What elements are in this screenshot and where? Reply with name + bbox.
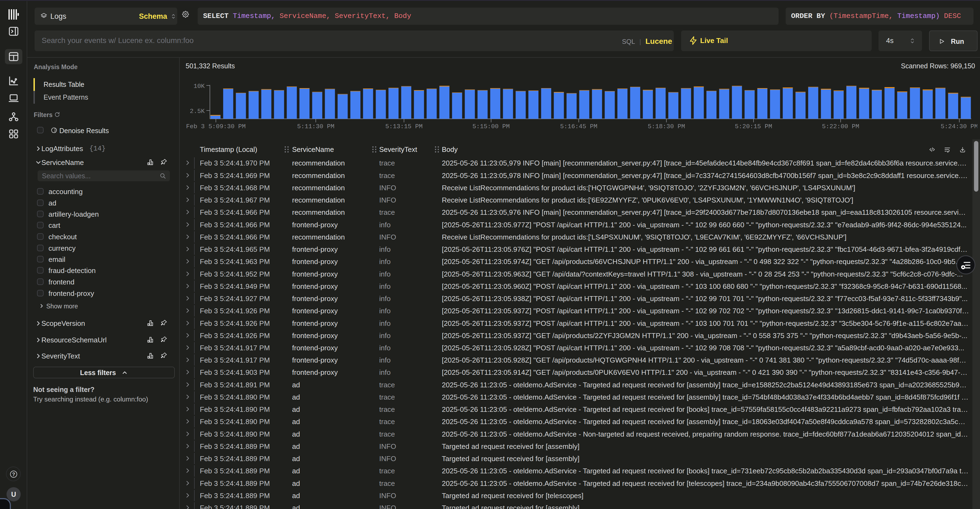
svg-text:2.5K: 2.5K: [190, 108, 205, 115]
svg-text:5:15:00 PM: 5:15:00 PM: [473, 123, 510, 130]
svg-text:Feb 3 5:09:30 PM: Feb 3 5:09:30 PM: [186, 123, 246, 130]
svg-text:5:18:30 PM: 5:18:30 PM: [648, 123, 685, 130]
svg-text:5:13:15 PM: 5:13:15 PM: [385, 123, 423, 130]
svg-text:5:24:30 PM: 5:24:30 PM: [941, 123, 977, 130]
svg-text:5:11:30 PM: 5:11:30 PM: [297, 123, 334, 130]
svg-text:5:20:15 PM: 5:20:15 PM: [735, 123, 772, 130]
svg-text:10K: 10K: [194, 83, 205, 90]
svg-text:5:16:45 PM: 5:16:45 PM: [560, 123, 598, 130]
svg-text:5:22:00 PM: 5:22:00 PM: [822, 123, 859, 130]
